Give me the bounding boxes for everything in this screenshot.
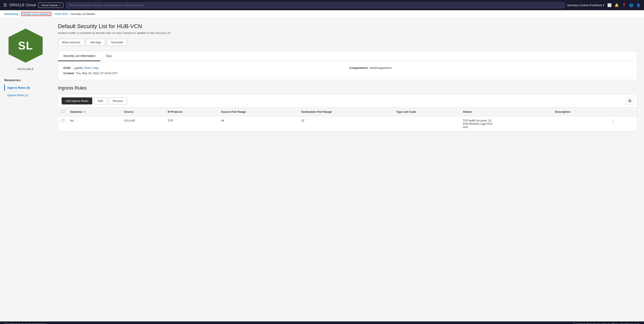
ip-protocol-column-header: IP Protocol bbox=[165, 108, 218, 116]
menu-icon[interactable]: ☰ bbox=[4, 3, 7, 8]
oracle-logo: ORACLE Cloud bbox=[10, 3, 36, 7]
created-label: Created: bbox=[63, 72, 74, 75]
region-label: Germany Central (Frankfurt) bbox=[567, 4, 602, 7]
ocid-copy-link[interactable]: Copy bbox=[92, 66, 99, 70]
ocid-label: OCID: bbox=[63, 66, 71, 70]
footer-url: https://cloud.oracle.com/networking/vcns bbox=[4, 323, 46, 324]
sidebar-item-egress-rules[interactable]: Egress Rules (1) bbox=[4, 92, 47, 98]
cloud-classic-button[interactable]: Cloud Classic > bbox=[38, 2, 63, 8]
language-icon[interactable]: 🌐 bbox=[629, 3, 633, 7]
stateless-column-header: Stateless ▾ bbox=[67, 108, 121, 116]
add-ingress-rules-button[interactable]: Add Ingress Rules bbox=[62, 98, 92, 104]
ingress-rules-table: Stateless ▾ Source IP Protocol Source Po… bbox=[58, 108, 637, 131]
source-column-header: Source bbox=[121, 108, 165, 116]
main-content: SL AVAILABLE Resources Ingress Rules (4)… bbox=[0, 18, 644, 322]
table-header-row: Stateless ▾ Source IP Protocol Source Po… bbox=[58, 108, 637, 116]
row-actions-cell: ⋮ bbox=[607, 116, 637, 131]
help-icon[interactable]: ❓ bbox=[622, 3, 626, 7]
type-code-cell bbox=[393, 116, 460, 131]
terminate-button[interactable]: Terminate bbox=[107, 39, 127, 46]
source-cell: 0.0.0.0/0 bbox=[121, 116, 165, 131]
tabs-header: Security List Information Tags bbox=[58, 51, 637, 61]
ocid-show-link[interactable]: Show bbox=[84, 66, 91, 70]
add-tags-button[interactable]: Add tags bbox=[86, 39, 105, 46]
breadcrumb: Networking › Virtual cloud networks › HU… bbox=[0, 10, 644, 18]
search-input[interactable] bbox=[66, 2, 565, 8]
app-footer: https://cloud.oracle.com/networking/vcns… bbox=[0, 322, 644, 324]
row-action-menu-button[interactable]: ⋮ bbox=[610, 119, 616, 124]
right-content: Default Security List for HUB-VCN Instan… bbox=[51, 18, 644, 322]
action-buttons: Move resource Add tags Terminate bbox=[58, 39, 637, 46]
stateless-cell: No bbox=[67, 116, 121, 131]
dest-port-cell: 22 bbox=[298, 116, 394, 131]
edit-ingress-button[interactable]: Edit bbox=[94, 98, 107, 104]
move-resource-button[interactable]: Move resource bbox=[58, 39, 84, 46]
allows-column-header: Allows bbox=[460, 108, 552, 116]
source-port-range-column-header: Source Port Range bbox=[218, 108, 298, 116]
resources-section: Resources Ingress Rules (4) Egress Rules… bbox=[0, 75, 51, 103]
left-panel: SL AVAILABLE Resources Ingress Rules (4)… bbox=[0, 18, 51, 322]
stateless-sort-icon: ▾ bbox=[84, 111, 85, 113]
ingress-toolbar-row: Add Ingress Rules Edit Remove ⊞ bbox=[58, 94, 637, 108]
resource-initials: SL bbox=[18, 39, 33, 52]
row-checkbox-cell bbox=[58, 116, 67, 131]
resource-status: AVAILABLE bbox=[17, 67, 34, 70]
compartment-label: Compartment: bbox=[349, 66, 368, 70]
info-grid: OCID: ...jyak5q Show Copy Created: Thu, … bbox=[63, 66, 632, 75]
page-title: Default Security List for HUB-VCN bbox=[58, 23, 637, 30]
ingress-toolbar-left: Add Ingress Rules Edit Remove bbox=[62, 98, 127, 104]
sidebar-item-ingress-rules[interactable]: Ingress Rules (4) bbox=[4, 84, 47, 91]
resource-icon-wrapper: SL AVAILABLE bbox=[0, 22, 51, 75]
description-column-header: Description bbox=[552, 108, 607, 116]
compartment-info: Compartment: IwanHoogendoorn bbox=[349, 66, 632, 70]
created-info: Created: Thu, May 16, 2024, 07:15:04 UTC bbox=[63, 72, 346, 75]
dest-port-range-column-header: Destination Port Range bbox=[298, 108, 394, 116]
footer-copyright: Copyright © 2024, Oracle and/or its affi… bbox=[573, 323, 640, 324]
breadcrumb-networking[interactable]: Networking bbox=[4, 12, 18, 16]
ip-protocol-cell: TCP bbox=[165, 116, 218, 131]
tabs-container: Security List Information Tags OCID: ...… bbox=[58, 51, 637, 80]
tab-security-list-info[interactable]: Security List Information bbox=[58, 51, 100, 61]
resource-hexagon: SL bbox=[8, 28, 42, 63]
ocid-value: ...jyak5q bbox=[72, 66, 83, 70]
breadcrumb-sep-1: › bbox=[20, 12, 20, 16]
allows-cell: TCP traffic for ports: 22 SSH Remote Log… bbox=[460, 116, 552, 131]
console-icon[interactable]: ⬜ bbox=[607, 3, 612, 7]
created-value: Thu, May 16, 2024, 07:15:04 UTC bbox=[76, 72, 118, 75]
ingress-table-container: Add Ingress Rules Edit Remove ⊞ Stateles… bbox=[58, 94, 637, 132]
resources-title: Resources bbox=[4, 78, 47, 82]
region-chevron-icon: ▾ bbox=[603, 4, 604, 7]
breadcrumb-sep-2: › bbox=[52, 12, 53, 16]
actions-column-header bbox=[607, 108, 637, 116]
source-port-cell: All bbox=[218, 116, 298, 131]
table-row: No 0.0.0.0/0 TCP All 22 TCP traffic for … bbox=[58, 116, 637, 131]
region-selector[interactable]: Germany Central (Frankfurt) ▾ bbox=[567, 4, 604, 7]
tab-tags[interactable]: Tags bbox=[100, 51, 117, 61]
select-all-checkbox[interactable] bbox=[61, 110, 64, 113]
remove-ingress-button[interactable]: Remove bbox=[109, 98, 127, 104]
app-header: ☰ ORACLE Cloud Cloud Classic > Germany C… bbox=[0, 0, 644, 10]
page-subtitle: Instance traffic is controlled by firewa… bbox=[58, 31, 637, 34]
type-code-column-header: Type and Code bbox=[393, 108, 460, 116]
breadcrumb-hub-vcn[interactable]: HUB-VCN bbox=[55, 12, 67, 16]
compartment-value: IwanHoogendoorn bbox=[370, 66, 392, 70]
breadcrumb-current: Security List Details bbox=[71, 12, 95, 16]
grid-view-icon[interactable]: ⊞ bbox=[626, 97, 634, 105]
ocid-info: OCID: ...jyak5q Show Copy bbox=[63, 66, 346, 70]
hexagon-container: SL bbox=[6, 26, 45, 65]
tab-content-security-info: OCID: ...jyak5q Show Copy Created: Thu, … bbox=[58, 61, 637, 80]
description-cell bbox=[552, 116, 607, 131]
notification-icon[interactable]: 🔔 bbox=[614, 3, 619, 7]
row-checkbox[interactable] bbox=[61, 119, 64, 122]
breadcrumb-vcn[interactable]: Virtual cloud networks bbox=[23, 12, 50, 16]
select-all-header bbox=[58, 108, 67, 116]
ingress-rules-title: Ingress Rules bbox=[58, 85, 637, 91]
breadcrumb-sep-3: › bbox=[68, 12, 70, 16]
header-right: Germany Central (Frankfurt) ▾ ⬜ 🔔 ❓ 🌐 👤 bbox=[567, 3, 640, 7]
user-icon[interactable]: 👤 bbox=[636, 3, 640, 7]
